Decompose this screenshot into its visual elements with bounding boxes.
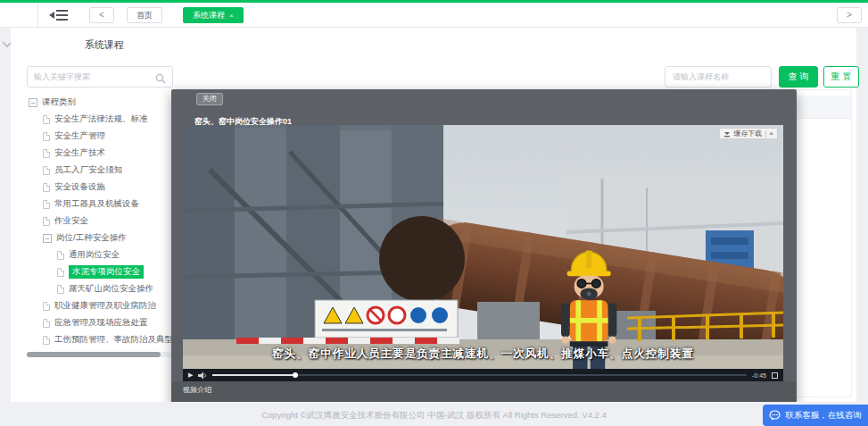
tree-item-label: 员工入厂安全须知	[54, 164, 122, 176]
file-icon	[43, 115, 50, 124]
file-icon	[43, 336, 50, 345]
tree-item[interactable]: 安全生产管理	[27, 128, 177, 145]
tree-item[interactable]: 应急管理及现场应急处置	[27, 314, 177, 331]
modal-close-button[interactable]: 关闭	[196, 93, 223, 105]
chat-bubble-icon	[769, 410, 781, 421]
tab-close-icon[interactable]: ×	[229, 12, 234, 20]
tree-collapse-icon[interactable]: −	[29, 98, 37, 107]
tree-item-label: 通用岗位安全	[69, 249, 120, 261]
scrollbar-thumb[interactable]	[27, 352, 161, 357]
video-frame-illustration	[183, 125, 783, 381]
tab-scroll-left-button[interactable]: <	[89, 7, 114, 23]
tree-horizontal-scrollbar[interactable]	[27, 352, 177, 357]
tree-item-label: 露天矿山岗位安全操作	[69, 283, 153, 295]
file-icon	[43, 149, 50, 158]
tree-item-label: 水泥专项岗位安全	[69, 265, 144, 279]
video-intro-label[interactable]: 视频介绍	[183, 385, 211, 395]
reset-button[interactable]: 重 置	[823, 66, 859, 88]
top-header: < 首页 系统课程× >	[0, 3, 868, 28]
tree-item[interactable]: 作业安全	[27, 213, 177, 230]
tree-item-label: 常用工器具及机械设备	[54, 198, 139, 210]
tree-item[interactable]: 工伤预防管理、事故防治及典型	[27, 331, 177, 348]
search-icon	[155, 71, 166, 82]
file-icon	[43, 132, 50, 141]
course-name-input[interactable]	[665, 66, 772, 88]
tree-item[interactable]: −课程类别	[27, 94, 177, 111]
video-controls: ▶ -0:45	[183, 369, 783, 381]
tree-item[interactable]: 员工入厂安全须知	[27, 162, 177, 179]
video-modal: 关闭 窑头、窑中岗位安全操作01	[171, 89, 797, 404]
file-icon	[43, 166, 50, 175]
sidebar-toggle-icon[interactable]	[49, 8, 69, 22]
tree-item-label: 职业健康管理及职业病防治	[54, 300, 156, 312]
tree-item[interactable]: 常用工器具及机械设备	[27, 196, 177, 213]
keyword-search-box	[27, 66, 173, 88]
file-icon	[43, 319, 50, 328]
tree-item[interactable]: 安全生产技术	[27, 145, 177, 162]
course-tree: −课程类别安全生产法律法规、标准安全生产管理安全生产技术员工入厂安全须知安全设备…	[27, 94, 177, 351]
file-icon	[57, 268, 64, 277]
fullscreen-icon[interactable]	[772, 372, 778, 379]
tree-item[interactable]: 安全生产法律法规、标准	[27, 111, 177, 128]
volume-icon[interactable]	[198, 372, 207, 380]
tab-system-course-label: 系统课程	[193, 11, 225, 20]
tree-collapse-icon[interactable]: −	[43, 234, 52, 243]
tree-item[interactable]: 露天矿山岗位安全操作	[27, 280, 177, 297]
video-player[interactable]: 缓存下载 | × 窑头、窑中作业人员主要是负责主减速机、一次风机、推煤小车、点火…	[183, 125, 783, 381]
progress-played	[212, 374, 293, 376]
cache-download-label: 缓存下载	[733, 129, 762, 138]
tree-item-label: 岗位/工种安全操作	[56, 232, 127, 244]
cache-download-button[interactable]: 缓存下载 | ×	[719, 128, 778, 139]
pill-divider: |	[765, 129, 766, 138]
keyword-search-input[interactable]	[34, 68, 150, 86]
download-icon	[723, 130, 731, 138]
file-icon	[43, 183, 50, 192]
tree-item[interactable]: 水泥专项岗位安全	[27, 263, 177, 280]
customer-service-label: 联系客服，在线咨询	[785, 410, 862, 422]
tree-item-label: 安全生产技术	[54, 147, 105, 159]
header-divider	[37, 3, 38, 27]
tree-item-label: 作业安全	[54, 215, 88, 227]
file-icon	[43, 217, 50, 226]
tab-scroll-right-button[interactable]: >	[837, 7, 862, 23]
tree-item[interactable]: −岗位/工种安全操作	[27, 230, 177, 246]
copyright-text: Copyright ©武汉博晟安全技术股份有限公司 中国-武汉 版权所有 All…	[0, 410, 868, 422]
video-subtitle: 窑头、窑中作业人员主要是负责主减速机、一次风机、推煤小车、点火控制装置	[183, 347, 783, 362]
tree-item[interactable]: 通用岗位安全	[27, 246, 177, 263]
footer: Copyright ©武汉博晟安全技术股份有限公司 中国-武汉 版权所有 All…	[0, 402, 868, 426]
progress-handle[interactable]	[293, 372, 298, 378]
pill-close-icon[interactable]: ×	[769, 129, 773, 138]
file-icon	[57, 251, 64, 260]
tree-item[interactable]: 安全设备设施	[27, 179, 177, 196]
tree-item-label: 安全生产法律法规、标准	[54, 113, 148, 125]
app-window: < 首页 系统课程× > 系统课程 −课程类别安全生产法律法规、标准安全生产管理…	[0, 0, 868, 426]
page-title: 系统课程	[85, 38, 124, 52]
tree-item-label: 安全生产管理	[54, 130, 105, 142]
file-icon	[57, 285, 64, 294]
video-intro-bar: 视频介绍	[171, 381, 797, 404]
customer-service-button[interactable]: 联系客服，在线咨询	[763, 405, 868, 426]
file-icon	[43, 200, 50, 209]
tree-item-label: 工伤预防管理、事故防治及典型	[54, 334, 173, 346]
tab-home[interactable]: 首页	[127, 7, 162, 23]
file-icon	[43, 302, 50, 311]
tab-system-course[interactable]: 系统课程×	[183, 7, 244, 23]
play-button[interactable]: ▶	[188, 369, 193, 381]
query-button[interactable]: 查 询	[779, 66, 818, 88]
tree-item-label: 安全设备设施	[54, 181, 105, 193]
time-remaining: -0:45	[752, 372, 766, 379]
tree-item-label: 课程类别	[42, 96, 76, 108]
tree-item[interactable]: 职业健康管理及职业病防治	[27, 297, 177, 314]
tree-item-label: 应急管理及现场应急处置	[54, 317, 148, 329]
progress-bar[interactable]	[212, 374, 747, 376]
